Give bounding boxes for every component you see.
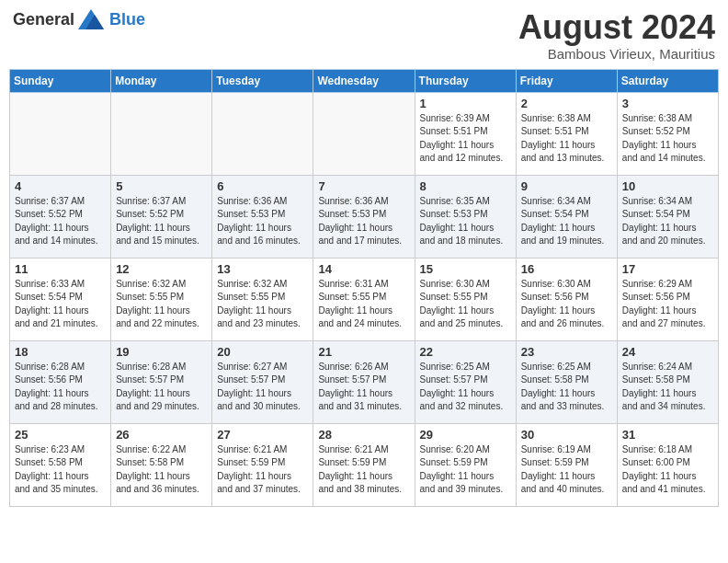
day-info: Sunrise: 6:35 AMSunset: 5:53 PMDaylight:… xyxy=(420,195,511,248)
day-number: 25 xyxy=(15,428,106,442)
day-number: 3 xyxy=(622,97,713,110)
day-cell xyxy=(10,92,111,175)
day-number: 12 xyxy=(116,262,207,276)
day-number: 21 xyxy=(318,345,409,359)
col-header-sunday: Sunday xyxy=(10,69,111,92)
day-number: 10 xyxy=(622,179,713,193)
day-cell: 16Sunrise: 6:30 AMSunset: 5:56 PMDayligh… xyxy=(516,258,617,340)
week-row-1: 1Sunrise: 6:39 AMSunset: 5:51 PMDaylight… xyxy=(10,92,719,175)
day-cell: 9Sunrise: 6:34 AMSunset: 5:54 PMDaylight… xyxy=(516,175,617,258)
day-number: 16 xyxy=(521,262,612,276)
day-cell: 17Sunrise: 6:29 AMSunset: 5:56 PMDayligh… xyxy=(617,258,718,340)
day-info: Sunrise: 6:30 AMSunset: 5:56 PMDaylight:… xyxy=(521,278,612,331)
day-cell: 10Sunrise: 6:34 AMSunset: 5:54 PMDayligh… xyxy=(617,175,718,258)
day-info: Sunrise: 6:33 AMSunset: 5:54 PMDaylight:… xyxy=(15,278,106,331)
week-row-4: 18Sunrise: 6:28 AMSunset: 5:56 PMDayligh… xyxy=(10,340,719,423)
day-cell: 3Sunrise: 6:38 AMSunset: 5:52 PMDaylight… xyxy=(617,92,718,175)
header-row: SundayMondayTuesdayWednesdayThursdayFrid… xyxy=(10,69,719,92)
week-row-3: 11Sunrise: 6:33 AMSunset: 5:54 PMDayligh… xyxy=(10,258,719,340)
day-cell: 20Sunrise: 6:27 AMSunset: 5:57 PMDayligh… xyxy=(212,340,313,423)
month-year: August 2024 xyxy=(518,9,715,46)
day-cell: 7Sunrise: 6:36 AMSunset: 5:53 PMDaylight… xyxy=(313,175,415,258)
day-info: Sunrise: 6:24 AMSunset: 5:58 PMDaylight:… xyxy=(622,361,713,414)
day-cell: 21Sunrise: 6:26 AMSunset: 5:57 PMDayligh… xyxy=(313,340,415,423)
day-cell xyxy=(212,92,313,175)
day-cell: 29Sunrise: 6:20 AMSunset: 5:59 PMDayligh… xyxy=(415,423,516,506)
day-cell: 13Sunrise: 6:32 AMSunset: 5:55 PMDayligh… xyxy=(212,258,313,340)
day-cell xyxy=(313,92,415,175)
day-info: Sunrise: 6:34 AMSunset: 5:54 PMDaylight:… xyxy=(622,195,713,248)
day-number: 11 xyxy=(15,262,106,276)
day-info: Sunrise: 6:38 AMSunset: 5:52 PMDaylight:… xyxy=(622,112,713,166)
day-cell: 6Sunrise: 6:36 AMSunset: 5:53 PMDaylight… xyxy=(212,175,313,258)
col-header-wednesday: Wednesday xyxy=(313,69,415,92)
title-block: August 2024 Bambous Virieux, Mauritius xyxy=(518,9,715,62)
day-cell: 24Sunrise: 6:24 AMSunset: 5:58 PMDayligh… xyxy=(617,340,718,423)
day-info: Sunrise: 6:27 AMSunset: 5:57 PMDaylight:… xyxy=(217,361,308,414)
day-info: Sunrise: 6:32 AMSunset: 5:55 PMDaylight:… xyxy=(116,278,207,331)
logo: General Blue xyxy=(13,9,145,29)
day-cell: 15Sunrise: 6:30 AMSunset: 5:55 PMDayligh… xyxy=(415,258,516,340)
day-cell: 2Sunrise: 6:38 AMSunset: 5:51 PMDaylight… xyxy=(516,92,617,175)
day-cell: 27Sunrise: 6:21 AMSunset: 5:59 PMDayligh… xyxy=(212,423,313,506)
day-cell: 25Sunrise: 6:23 AMSunset: 5:58 PMDayligh… xyxy=(10,423,111,506)
day-info: Sunrise: 6:28 AMSunset: 5:56 PMDaylight:… xyxy=(15,361,106,414)
day-number: 7 xyxy=(318,179,409,193)
day-cell: 1Sunrise: 6:39 AMSunset: 5:51 PMDaylight… xyxy=(415,92,516,175)
col-header-tuesday: Tuesday xyxy=(212,69,313,92)
week-row-2: 4Sunrise: 6:37 AMSunset: 5:52 PMDaylight… xyxy=(10,175,719,258)
day-number: 8 xyxy=(420,179,511,193)
col-header-monday: Monday xyxy=(111,69,212,92)
day-number: 4 xyxy=(15,179,106,193)
day-cell: 12Sunrise: 6:32 AMSunset: 5:55 PMDayligh… xyxy=(111,258,212,340)
day-number: 6 xyxy=(217,179,308,193)
day-info: Sunrise: 6:31 AMSunset: 5:55 PMDaylight:… xyxy=(318,278,409,331)
day-number: 27 xyxy=(217,428,308,442)
day-number: 14 xyxy=(318,262,409,276)
day-info: Sunrise: 6:36 AMSunset: 5:53 PMDaylight:… xyxy=(217,195,308,248)
day-info: Sunrise: 6:25 AMSunset: 5:57 PMDaylight:… xyxy=(420,361,511,414)
day-info: Sunrise: 6:39 AMSunset: 5:51 PMDaylight:… xyxy=(420,112,511,166)
day-cell: 5Sunrise: 6:37 AMSunset: 5:52 PMDaylight… xyxy=(111,175,212,258)
day-info: Sunrise: 6:21 AMSunset: 5:59 PMDaylight:… xyxy=(318,443,409,497)
day-cell: 26Sunrise: 6:22 AMSunset: 5:58 PMDayligh… xyxy=(111,423,212,506)
col-header-saturday: Saturday xyxy=(617,69,718,92)
day-cell: 19Sunrise: 6:28 AMSunset: 5:57 PMDayligh… xyxy=(111,340,212,423)
day-info: Sunrise: 6:37 AMSunset: 5:52 PMDaylight:… xyxy=(116,195,207,248)
location: Bambous Virieux, Mauritius xyxy=(518,46,715,62)
day-info: Sunrise: 6:21 AMSunset: 5:59 PMDaylight:… xyxy=(217,443,308,497)
day-number: 13 xyxy=(217,262,308,276)
day-info: Sunrise: 6:20 AMSunset: 5:59 PMDaylight:… xyxy=(420,443,511,497)
day-number: 15 xyxy=(420,262,511,276)
calendar-table: SundayMondayTuesdayWednesdayThursdayFrid… xyxy=(9,69,719,507)
day-cell: 4Sunrise: 6:37 AMSunset: 5:52 PMDaylight… xyxy=(10,175,111,258)
day-number: 28 xyxy=(318,428,409,442)
logo-blue-text: Blue xyxy=(109,10,145,29)
day-number: 5 xyxy=(116,179,207,193)
day-number: 1 xyxy=(420,97,511,110)
day-info: Sunrise: 6:28 AMSunset: 5:57 PMDaylight:… xyxy=(116,361,207,414)
day-cell: 30Sunrise: 6:19 AMSunset: 5:59 PMDayligh… xyxy=(516,423,617,506)
day-number: 26 xyxy=(116,428,207,442)
week-row-5: 25Sunrise: 6:23 AMSunset: 5:58 PMDayligh… xyxy=(10,423,719,506)
day-info: Sunrise: 6:34 AMSunset: 5:54 PMDaylight:… xyxy=(521,195,612,248)
day-number: 31 xyxy=(622,428,713,442)
day-cell: 23Sunrise: 6:25 AMSunset: 5:58 PMDayligh… xyxy=(516,340,617,423)
col-header-thursday: Thursday xyxy=(415,69,516,92)
day-info: Sunrise: 6:23 AMSunset: 5:58 PMDaylight:… xyxy=(15,443,106,497)
day-info: Sunrise: 6:25 AMSunset: 5:58 PMDaylight:… xyxy=(521,361,612,414)
day-number: 9 xyxy=(521,179,612,193)
day-number: 17 xyxy=(622,262,713,276)
day-cell: 14Sunrise: 6:31 AMSunset: 5:55 PMDayligh… xyxy=(313,258,415,340)
day-info: Sunrise: 6:36 AMSunset: 5:53 PMDaylight:… xyxy=(318,195,409,248)
day-info: Sunrise: 6:22 AMSunset: 5:58 PMDaylight:… xyxy=(116,443,207,497)
day-number: 2 xyxy=(521,97,612,110)
day-info: Sunrise: 6:18 AMSunset: 6:00 PMDaylight:… xyxy=(622,443,713,497)
day-info: Sunrise: 6:32 AMSunset: 5:55 PMDaylight:… xyxy=(217,278,308,331)
day-number: 23 xyxy=(521,345,612,359)
day-number: 30 xyxy=(521,428,612,442)
day-number: 29 xyxy=(420,428,511,442)
day-info: Sunrise: 6:29 AMSunset: 5:56 PMDaylight:… xyxy=(622,278,713,331)
day-number: 22 xyxy=(420,345,511,359)
day-cell: 28Sunrise: 6:21 AMSunset: 5:59 PMDayligh… xyxy=(313,423,415,506)
